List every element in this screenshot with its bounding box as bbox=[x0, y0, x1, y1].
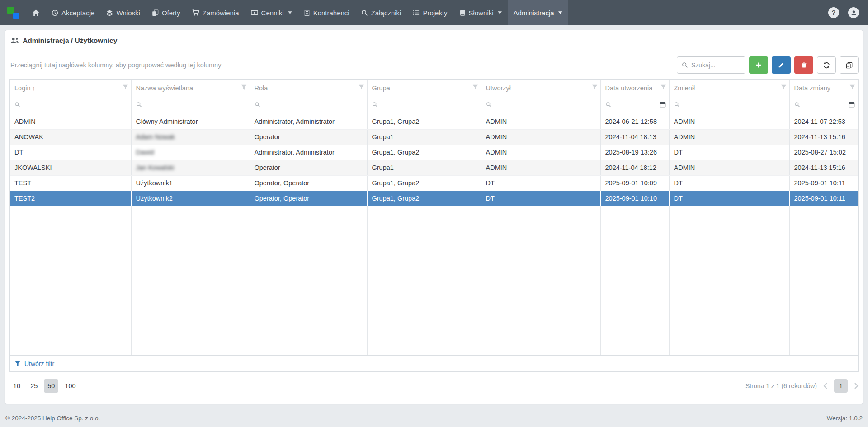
filter-cell[interactable] bbox=[789, 97, 858, 114]
table-cell[interactable]: Użytkownik1 bbox=[131, 175, 250, 191]
filter-cell[interactable] bbox=[10, 97, 131, 114]
nav-item-zalaczniki[interactable]: Załączniki bbox=[355, 0, 407, 25]
table-cell[interactable]: Operator bbox=[250, 160, 367, 175]
table-cell[interactable]: TEST bbox=[10, 175, 131, 191]
filter-cell[interactable] bbox=[367, 97, 481, 114]
edit-button[interactable] bbox=[772, 56, 791, 74]
table-cell[interactable]: Użytkownik2 bbox=[131, 191, 250, 206]
filter-funnel-icon[interactable] bbox=[849, 84, 855, 92]
table-cell[interactable]: DT bbox=[669, 145, 789, 160]
table-cell[interactable]: DT bbox=[10, 145, 131, 160]
table-cell[interactable]: 2024-11-04 18:13 bbox=[600, 129, 669, 145]
nav-item-projekty[interactable]: Projekty bbox=[407, 0, 453, 25]
column-header-data-zmiany[interactable]: Data zmiany bbox=[789, 80, 858, 97]
table-cell[interactable]: Adam Nowak bbox=[131, 129, 250, 145]
prev-page-button[interactable] bbox=[823, 383, 828, 389]
nav-item-administracja[interactable]: Administracja bbox=[508, 0, 568, 25]
table-cell[interactable]: Operator, Operator bbox=[250, 175, 367, 191]
nav-item-home[interactable] bbox=[26, 0, 46, 25]
column-header-rola[interactable]: Rola bbox=[250, 80, 367, 97]
search-field[interactable] bbox=[691, 61, 741, 69]
table-row[interactable]: ADMINGłówny AdministratorAdministrator, … bbox=[10, 114, 858, 129]
table-cell[interactable]: Grupa1 bbox=[367, 129, 481, 145]
add-button[interactable] bbox=[749, 56, 768, 74]
search-input[interactable] bbox=[677, 56, 745, 74]
next-page-button[interactable] bbox=[854, 383, 859, 389]
group-panel-hint[interactable]: Przeciągnij tutaj nagłówek kolumny, aby … bbox=[10, 61, 677, 69]
table-cell[interactable]: Grupa1, Grupa2 bbox=[367, 191, 481, 206]
filter-cell[interactable] bbox=[481, 97, 600, 114]
page-size-25[interactable]: 25 bbox=[27, 379, 41, 393]
column-header-utworzyl[interactable]: Utworzył bbox=[481, 80, 600, 97]
nav-item-cenniki[interactable]: Cenniki bbox=[245, 0, 298, 25]
table-cell[interactable]: ADMIN bbox=[481, 129, 600, 145]
table-cell[interactable]: Operator bbox=[250, 129, 367, 145]
filter-cell[interactable] bbox=[669, 97, 789, 114]
column-header-zmienil[interactable]: Zmienił bbox=[669, 80, 789, 97]
nav-item-slowniki[interactable]: Słowniki bbox=[453, 0, 508, 25]
column-header-login[interactable]: Login↑ bbox=[10, 80, 131, 97]
filter-cell[interactable] bbox=[250, 97, 367, 114]
table-cell[interactable]: DT bbox=[669, 191, 789, 206]
table-cell[interactable]: 2024-06-21 12:58 bbox=[600, 114, 669, 129]
table-cell[interactable]: 2025-09-01 10:10 bbox=[600, 191, 669, 206]
user-icon[interactable] bbox=[848, 7, 859, 18]
column-header-data-utworzenia[interactable]: Data utworzenia bbox=[600, 80, 669, 97]
table-cell[interactable]: ADMIN bbox=[481, 160, 600, 175]
table-cell[interactable]: 2024-11-07 22:53 bbox=[789, 114, 858, 129]
filter-funnel-icon[interactable] bbox=[472, 84, 478, 92]
current-page-button[interactable]: 1 bbox=[834, 379, 848, 393]
page-size-100[interactable]: 100 bbox=[61, 379, 79, 393]
filter-funnel-icon[interactable] bbox=[123, 84, 128, 92]
help-icon[interactable]: ? bbox=[828, 7, 839, 18]
table-cell[interactable]: DT bbox=[481, 175, 600, 191]
table-cell[interactable]: 2024-11-13 15:16 bbox=[789, 129, 858, 145]
table-cell[interactable]: 2024-11-13 15:16 bbox=[789, 160, 858, 175]
filter-funnel-icon[interactable] bbox=[359, 84, 364, 92]
table-row[interactable]: DTDawidAdministrator, AdministratorGrupa… bbox=[10, 145, 858, 160]
nav-item-oferty[interactable]: Oferty bbox=[146, 0, 186, 25]
table-cell[interactable]: DT bbox=[669, 175, 789, 191]
refresh-button[interactable] bbox=[817, 56, 836, 74]
delete-button[interactable] bbox=[794, 56, 813, 74]
create-filter-link[interactable]: Utwórz filtr bbox=[10, 355, 858, 371]
nav-item-zamowienia[interactable]: Zamówienia bbox=[186, 0, 245, 25]
table-row[interactable]: TEST2Użytkownik2Operator, OperatorGrupa1… bbox=[10, 191, 858, 206]
filter-funnel-icon[interactable] bbox=[241, 84, 247, 92]
filter-funnel-icon[interactable] bbox=[592, 84, 598, 92]
filter-funnel-icon[interactable] bbox=[660, 84, 666, 92]
table-cell[interactable]: Administrator, Administrator bbox=[250, 145, 367, 160]
table-row[interactable]: ANOWAKAdam NowakOperatorGrupa1ADMIN2024-… bbox=[10, 129, 858, 145]
app-logo[interactable] bbox=[0, 0, 26, 25]
table-row[interactable]: TESTUżytkownik1Operator, OperatorGrupa1,… bbox=[10, 175, 858, 191]
nav-item-wnioski[interactable]: Wnioski bbox=[100, 0, 146, 25]
table-cell[interactable]: Administrator, Administrator bbox=[250, 114, 367, 129]
page-size-50[interactable]: 50 bbox=[44, 379, 58, 393]
table-row[interactable]: JKOWALSKIJan KowalskiOperatorGrupa1ADMIN… bbox=[10, 160, 858, 175]
table-cell[interactable]: ADMIN bbox=[669, 160, 789, 175]
filter-cell[interactable] bbox=[600, 97, 669, 114]
filter-cell[interactable] bbox=[131, 97, 250, 114]
table-cell[interactable]: Grupa1, Grupa2 bbox=[367, 145, 481, 160]
table-cell[interactable]: ADMIN bbox=[481, 114, 600, 129]
nav-item-akceptacje[interactable]: Akceptacje bbox=[46, 0, 100, 25]
table-cell[interactable]: Operator, Operator bbox=[250, 191, 367, 206]
table-cell[interactable]: Grupa1, Grupa2 bbox=[367, 114, 481, 129]
table-cell[interactable]: JKOWALSKI bbox=[10, 160, 131, 175]
table-cell[interactable]: Główny Administrator bbox=[131, 114, 250, 129]
table-cell[interactable]: ADMIN bbox=[481, 145, 600, 160]
table-cell[interactable]: 2025-09-01 10:11 bbox=[789, 191, 858, 206]
table-cell[interactable]: Jan Kowalski bbox=[131, 160, 250, 175]
table-cell[interactable]: ADMIN bbox=[669, 114, 789, 129]
page-size-10[interactable]: 10 bbox=[9, 379, 24, 393]
table-cell[interactable]: 2025-09-01 10:11 bbox=[789, 175, 858, 191]
table-cell[interactable]: Grupa1 bbox=[367, 160, 481, 175]
table-cell[interactable]: 2025-09-01 10:09 bbox=[600, 175, 669, 191]
table-cell[interactable]: TEST2 bbox=[10, 191, 131, 206]
table-cell[interactable]: 2024-11-04 18:12 bbox=[600, 160, 669, 175]
table-cell[interactable]: Grupa1, Grupa2 bbox=[367, 175, 481, 191]
column-header-nazwa[interactable]: Nazwa wyświetlana bbox=[131, 80, 250, 97]
column-header-grupa[interactable]: Grupa bbox=[367, 80, 481, 97]
filter-funnel-icon[interactable] bbox=[781, 84, 787, 92]
table-cell[interactable]: DT bbox=[481, 191, 600, 206]
